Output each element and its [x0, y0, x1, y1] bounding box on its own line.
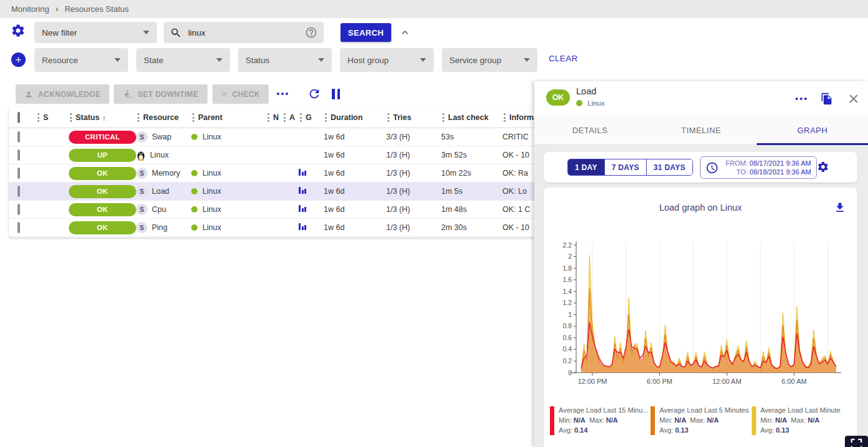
chevron-down-icon [143, 31, 149, 34]
drag-handle-icon[interactable] [441, 112, 446, 123]
drag-handle-icon[interactable] [282, 112, 287, 123]
drag-handle-icon[interactable] [266, 112, 271, 123]
tries-cell: 1/3 (H) [386, 151, 441, 159]
drag-handle-icon[interactable] [299, 112, 303, 123]
row-checkbox[interactable] [17, 222, 20, 233]
column-header-acknowledged[interactable]: A [282, 112, 299, 123]
legend-item-0[interactable]: Average Load Last 15 Minu...Min: N/A Max… [550, 405, 651, 435]
parent-cell[interactable]: Linux [191, 169, 266, 178]
tries-value: 1/3 (H) [386, 205, 410, 214]
graph-icon[interactable] [299, 205, 306, 212]
service-badge: S [136, 131, 147, 143]
range-31-days-button[interactable]: 31 DAYS [647, 159, 692, 175]
resource-cell[interactable]: SMemory [136, 168, 191, 179]
search-button[interactable]: SEARCH [341, 23, 391, 42]
tab-timeline[interactable]: TIMELINE [646, 116, 757, 144]
drag-handle-icon[interactable] [69, 112, 73, 123]
custom-date-range[interactable]: FROM: 08/17/2021 9:36 AM TO: 08/18/2021 … [700, 156, 817, 179]
refresh-list-icon[interactable] [307, 87, 321, 101]
filter-settings-gear-icon[interactable] [11, 23, 26, 38]
row-checkbox[interactable] [17, 131, 20, 143]
clock-icon [706, 161, 719, 174]
drag-handle-icon[interactable] [324, 112, 328, 123]
person-icon [24, 89, 33, 99]
resource-cell[interactable]: SPing [136, 222, 191, 233]
last-check-cell: 53s [441, 133, 502, 141]
information-value: OK - 10 [502, 223, 529, 232]
acknowledge-button[interactable]: ACKNOWLEDGE [16, 84, 109, 104]
row-checkbox[interactable] [17, 204, 20, 215]
resource-cell[interactable]: SSwap [136, 131, 191, 143]
state-select[interactable]: State [136, 48, 230, 72]
column-header-parent[interactable]: Parent [191, 112, 266, 123]
drag-handle-icon[interactable] [386, 112, 391, 123]
drag-handle-icon[interactable] [502, 112, 507, 123]
drag-handle-icon[interactable] [191, 112, 196, 123]
column-header-graph[interactable]: G [299, 112, 324, 123]
chart-legend: Average Load Last 15 Minu...Min: N/A Max… [550, 405, 852, 435]
collapse-filters-icon[interactable] [399, 26, 411, 39]
graph-icon[interactable] [299, 169, 306, 176]
parent-cell[interactable]: Linux [191, 187, 266, 196]
column-header-last-check[interactable]: Last check [441, 112, 502, 123]
tab-details[interactable]: DETAILS [534, 116, 646, 144]
up-status-dot-icon [576, 100, 582, 106]
graph-icon[interactable] [299, 187, 306, 194]
parent-cell[interactable]: Linux [191, 205, 266, 214]
graph-icon[interactable] [299, 223, 306, 230]
graph-settings-gear-icon[interactable] [817, 161, 829, 173]
more-actions-icon[interactable] [277, 93, 288, 95]
column-header-tries[interactable]: Tries [386, 112, 441, 123]
row-checkbox[interactable] [17, 149, 20, 161]
from-date: 08/17/2021 9:36 AM [750, 159, 811, 167]
column-header-status[interactable]: Status↑ [69, 112, 136, 123]
legend-item-2[interactable]: Average Load Last MinuteMin: N/A Max: N/… [752, 405, 852, 435]
duration-value: 1w 6d [324, 169, 344, 178]
tries-value: 3/3 (H) [386, 133, 410, 141]
breadcrumb-monitoring[interactable]: Monitoring [11, 4, 49, 14]
column-header-duration[interactable]: Duration [324, 112, 386, 123]
legend-item-1[interactable]: Average Load Last 5 MinutesMin: N/A Max:… [651, 405, 751, 435]
parent-name: Linux [202, 223, 221, 232]
add-criteria-button[interactable] [11, 53, 26, 67]
host-group-select[interactable]: Host group [340, 48, 434, 72]
status-select[interactable]: Status [238, 48, 332, 72]
check-button[interactable]: CHECK [212, 84, 269, 104]
chevron-down-icon [114, 58, 121, 62]
range-1-day-button[interactable]: 1 DAY [568, 159, 605, 175]
pause-refresh-icon[interactable] [332, 89, 340, 99]
copy-link-icon[interactable] [821, 93, 833, 105]
resource-cell[interactable]: SLoad [136, 186, 191, 197]
fullscreen-icon[interactable] [845, 436, 868, 447]
last-check-value: 53s [441, 133, 454, 141]
breadcrumb-resources-status[interactable]: Resources Status [64, 4, 129, 14]
column-header-resource[interactable]: Resource [136, 112, 191, 123]
service-group-select[interactable]: Service group [442, 48, 537, 72]
drag-handle-icon[interactable] [36, 112, 41, 123]
resource-type-select[interactable]: Resource [34, 48, 128, 72]
set-downtime-button[interactable]: SET DOWNTIME [114, 84, 207, 104]
drag-handle-icon[interactable] [136, 112, 141, 123]
load-chart[interactable]: 00.20.40.60.811.21.41.61.822.212:00 PM6:… [552, 239, 849, 391]
legend-series-name: Average Load Last 15 Minu... [559, 405, 649, 415]
filter-preset-select[interactable]: New filter [34, 22, 157, 43]
legend-min-max: Min: N/A Max: N/A [761, 415, 841, 425]
select-all-checkbox[interactable] [17, 112, 20, 123]
close-panel-icon[interactable] [847, 92, 861, 106]
column-header-severity[interactable]: S [36, 112, 69, 123]
search-input[interactable]: linux [164, 22, 324, 43]
resource-cell[interactable]: Linux [136, 150, 191, 161]
help-icon[interactable] [305, 26, 317, 39]
panel-more-actions-icon[interactable] [796, 98, 807, 100]
parent-cell[interactable]: Linux [191, 133, 266, 141]
row-checkbox[interactable] [17, 168, 20, 179]
column-header-notification[interactable]: N [266, 112, 282, 123]
clear-filters-button[interactable]: CLEAR [549, 54, 578, 63]
parent-cell[interactable]: Linux [191, 223, 266, 232]
download-icon[interactable] [834, 201, 846, 214]
row-checkbox[interactable] [17, 186, 20, 197]
tab-graph[interactable]: GRAPH [757, 116, 868, 144]
range-7-days-button[interactable]: 7 DAYS [605, 159, 647, 175]
resource-cell[interactable]: SCpu [136, 204, 191, 215]
sort-asc-icon: ↑ [102, 113, 106, 123]
